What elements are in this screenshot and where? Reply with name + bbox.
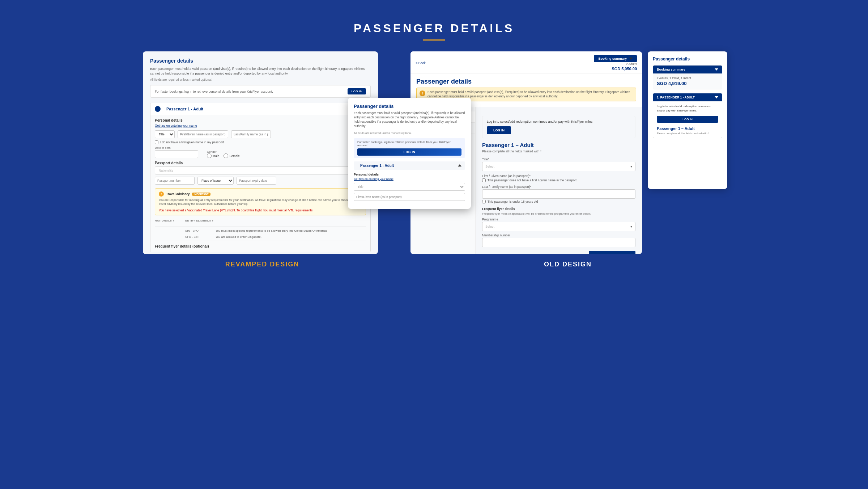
passport-label: Passport details	[155, 161, 366, 165]
female-radio[interactable]	[224, 153, 228, 158]
personal-details-label: Personal details	[155, 118, 366, 122]
nationality-select[interactable]: Nationality	[155, 166, 366, 174]
booking-summary-body: 2 Adults, 1 Child, 1 Infant SGD 4,919.00	[653, 73, 722, 89]
middle-popup-card: Passenger details Each passenger must ho…	[348, 98, 471, 209]
back-link[interactable]: < Back	[416, 61, 426, 65]
passenger1-header[interactable]: Passenger 1 - Adult	[150, 103, 370, 115]
popup-required: All fields are required unless marked op…	[354, 131, 465, 135]
passport-expiry-input[interactable]	[237, 177, 276, 185]
male-radio[interactable]	[207, 153, 212, 158]
pax1-title: Passenger 1 – Adult	[657, 126, 718, 131]
pax-expand-body: Log in to select/add redemption nominees…	[653, 101, 722, 138]
booking-summary-section: Booking summary 2 Adults, 1 Child, 1 Inf…	[653, 65, 722, 89]
required-note: All fields are required unless marked op…	[150, 78, 371, 81]
popup-subtitle: Each passenger must hold a valid passpor…	[354, 111, 465, 128]
krisflyer-login-btn[interactable]: LOG IN	[487, 126, 511, 134]
gender-field: Gender Male Female	[207, 150, 240, 158]
popup-passenger-label: Passenger 1 - Adult	[360, 164, 394, 168]
tips-link[interactable]: Get tips on entering your name	[155, 124, 366, 127]
title-dropdown[interactable]: Select	[482, 162, 635, 171]
dob-field: Date of birth	[155, 146, 198, 158]
krisflyer-text: Log in to select/add redemption nominees…	[487, 120, 631, 123]
title-field-group: Title* Select	[482, 157, 635, 171]
first-name-input[interactable]	[178, 130, 228, 138]
last-name-field-group: Last / Family name (as in passport)* Thi…	[482, 185, 635, 203]
under18-row: This passenger is under 18 years old	[482, 200, 635, 203]
login-btn[interactable]: LOG IN	[348, 88, 366, 94]
page-header: PASSENGER DETAILS	[0, 0, 868, 41]
popup-personal-section: Personal details Get tips on entering yo…	[354, 173, 465, 203]
passenger-expand-section: 1. PASSENGER 1 - ADULT Log in to select/…	[653, 93, 722, 138]
ff-desc: Frequent flyer miles (if applicable) wil…	[482, 212, 635, 215]
dob-label: Date of birth	[155, 146, 198, 149]
pax1-note: Please complete all the fields marked wi…	[657, 132, 718, 135]
krisflyer-small-text: Log in to select/add redemption nominees…	[657, 104, 718, 113]
no-given-name-label: I do not have a first/given name in my p…	[160, 140, 224, 144]
last-name-input-right[interactable]	[482, 189, 635, 199]
booking-price: SGD 5,050.00	[594, 67, 637, 71]
last-name-input[interactable]	[231, 130, 271, 138]
booking-summary-header[interactable]: Booking summary	[653, 66, 722, 73]
no-given-name-text-right: This passenger does not have a first / g…	[488, 178, 578, 182]
advisory-icon: !	[159, 191, 164, 197]
under18-checkbox[interactable]	[482, 200, 486, 203]
old-label-container: OLD DESIGN	[410, 261, 725, 268]
pax-expand-header[interactable]: 1. PASSENGER 1 - ADULT	[653, 93, 722, 101]
booking-summary-chevron-icon	[629, 58, 633, 60]
first-name-field	[178, 130, 228, 138]
no-given-name-checkbox-right[interactable]	[482, 178, 486, 182]
under18-text: This passenger is under 18 years old	[488, 200, 538, 203]
popup-title-select[interactable]: Title	[354, 183, 465, 191]
dob-gender-row: Date of birth Gender Male	[155, 146, 366, 158]
far-right-title: Passenger details	[653, 56, 722, 62]
route1: —	[155, 229, 184, 233]
far-right-login-btn[interactable]: LOG IN	[657, 116, 718, 123]
title-label: Title*	[482, 157, 635, 161]
membership-input[interactable]	[482, 238, 635, 247]
revamped-card-title: Passenger details	[150, 58, 371, 64]
person-icon	[155, 106, 161, 112]
passenger1-label: Passenger 1 - Adult	[166, 107, 203, 111]
revamped-label: REVAMPED DESIGN	[225, 261, 299, 268]
membership-label: Membership number	[482, 233, 635, 237]
vtl-warning: You have selected a Vaccinated Travel La…	[159, 208, 362, 212]
popup-login-btn[interactable]: LOG IN	[357, 148, 461, 156]
title-select-wrapper: Select	[482, 162, 635, 171]
route1-label: SIN - SFO	[185, 229, 214, 233]
programme-label: Programme	[482, 218, 635, 221]
pax-count: 2 Adults, 1 Child, 1 Infant	[657, 76, 718, 80]
left-card-section: Passenger details Each passenger must ho…	[143, 51, 382, 268]
advisory-text: You are responsible for meeting all entr…	[159, 198, 362, 206]
booking-summary-btn[interactable]: Booking summary	[594, 55, 637, 62]
programme-dropdown[interactable]: Select	[482, 222, 635, 231]
male-radio-label: Male	[207, 153, 219, 158]
passport-number-input[interactable]	[155, 177, 195, 185]
right-card-title-area: Passenger details	[410, 73, 642, 88]
no-given-name-checkbox[interactable]	[155, 140, 158, 144]
first-name-label: First / Given name (as in passport)*	[482, 174, 635, 178]
last-name-field	[231, 130, 271, 138]
advisory-title: Travel advisory	[166, 192, 190, 196]
popup-tips-link[interactable]: Get tips on entering your name	[354, 177, 465, 181]
place-of-issue-select[interactable]: Place of issue	[197, 177, 234, 185]
revamped-design-card: Passenger details Each passenger must ho…	[143, 51, 378, 254]
far-right-card: Passenger details Booking summary 2 Adul…	[648, 51, 727, 189]
next-passenger-btn[interactable]: NEXT PASSENGER	[589, 251, 635, 254]
title-select[interactable]: Title	[155, 130, 175, 138]
passenger1-body: Personal details Get tips on entering yo…	[150, 115, 370, 252]
popup-chevron-up-icon	[458, 164, 461, 166]
gender-options: Male Female	[207, 153, 240, 158]
gender-label: Gender	[207, 150, 238, 153]
dob-input[interactable]	[155, 150, 198, 158]
no-given-name-row-right: This passenger does not have a first / g…	[482, 178, 635, 182]
programme-select-wrapper: Select	[482, 222, 635, 231]
popup-first-name-input[interactable]	[354, 193, 465, 201]
frequent-flyer-section-right: Frequent flyer details Frequent flyer mi…	[482, 207, 635, 247]
right-card-header: < Back Booking summary 2 Adults SGD 5,05…	[410, 51, 642, 73]
page-title: PASSENGER DETAILS	[0, 22, 868, 35]
female-radio-label: Female	[224, 153, 239, 158]
title-field: Title	[155, 130, 175, 138]
revamped-card-subtitle: Each passenger must hold a valid passpor…	[150, 67, 371, 76]
booking-summary-chevron2-icon	[715, 68, 718, 71]
route1-text: You must meet specific requirements to b…	[216, 229, 366, 233]
